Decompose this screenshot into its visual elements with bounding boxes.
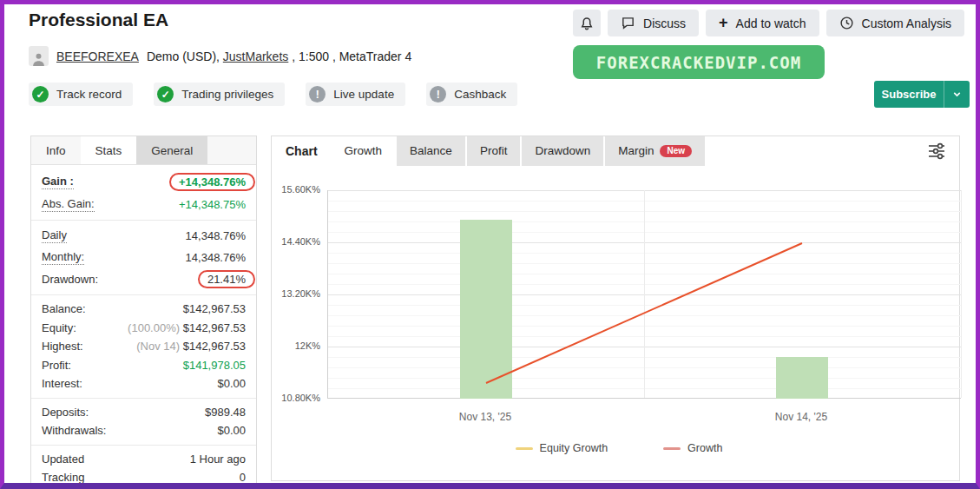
exclamation-icon: !	[309, 86, 326, 102]
custom-analysis-button[interactable]: Custom Analysis	[826, 10, 964, 36]
promo-banner: FOREXCRACKEDVIP.COM	[573, 45, 825, 79]
legend-swatch	[516, 447, 533, 450]
divider	[31, 445, 256, 446]
y-tick-label: 12K%	[272, 340, 320, 351]
stat-row-balance: Balance:$142,967.53	[31, 300, 256, 319]
divider	[31, 398, 256, 399]
badge-live-update: ! Live update	[306, 83, 405, 106]
stats-rows: Gain : +14,348.76% Abs. Gain: +14,348.75…	[31, 165, 256, 487]
legend-item[interactable]: Equity Growth	[516, 442, 608, 454]
tab-info[interactable]: Info	[31, 136, 81, 164]
broker-link[interactable]: JustMarkets	[223, 50, 288, 63]
subscribe-dropdown[interactable]	[944, 81, 970, 108]
divider	[31, 294, 256, 295]
tune-sliders-icon	[926, 141, 947, 162]
page-frame: Professional EA Discuss + Add to watch	[0, 0, 980, 489]
legend-item[interactable]: Growth	[663, 442, 722, 454]
new-badge: New	[660, 145, 692, 157]
chart-tab-bar: Chart Growth Balance Profit Drawdown Mar…	[272, 136, 959, 166]
plus-icon: +	[719, 15, 728, 30]
chart-plot-area[interactable]	[327, 190, 961, 399]
chart-section-label[interactable]: Chart	[272, 136, 332, 166]
stat-row-daily: Daily 14,348.76%	[31, 225, 256, 247]
clock-icon	[839, 16, 854, 30]
y-tick-label: 15.60K%	[272, 184, 320, 195]
stat-row-equity: Equity: (100.00%) $142,967.53	[31, 319, 256, 338]
top-action-bar: Discuss + Add to watch Custom Analysis	[573, 10, 964, 36]
badge-trading-privileges: ✓ Trading privileges	[154, 83, 285, 106]
stat-row-deposits: Deposits:$989.48	[31, 403, 256, 422]
tab-growth[interactable]: Growth	[332, 136, 396, 166]
y-tick-label: 14.40K%	[272, 236, 320, 247]
divider	[31, 220, 256, 221]
page-title: Professional EA	[29, 10, 168, 30]
discuss-button[interactable]: Discuss	[608, 10, 699, 36]
x-tick-label: Nov 13, '25	[459, 411, 511, 423]
notifications-button[interactable]	[573, 10, 601, 36]
check-icon: ✓	[157, 86, 174, 102]
x-tick-label: Nov 14, '25	[775, 411, 827, 423]
speech-bubble-icon	[621, 16, 635, 30]
stat-row-withdrawals: Withdrawals:$0.00	[31, 421, 256, 440]
bell-icon	[579, 16, 595, 31]
tab-balance[interactable]: Balance	[397, 136, 465, 166]
account-details: Demo (USD), JustMarkets , 1:500 , MetaTr…	[147, 50, 411, 63]
avatar	[29, 46, 49, 66]
tab-profit[interactable]: Profit	[467, 136, 521, 166]
stat-row-profit: Profit:$141,978.05	[31, 356, 256, 375]
chevron-down-icon	[951, 89, 963, 100]
stat-row-highest: Highest: (Nov 14) $142,967.53	[31, 337, 256, 356]
stats-panel: Info Stats General Gain : +14,348.76% Ab…	[30, 135, 257, 485]
stat-row-updated: Updated1 Hour ago	[31, 450, 256, 469]
stat-row-gain: Gain : +14,348.76%	[31, 170, 256, 193]
stats-tab-bar: Info Stats General	[31, 136, 256, 165]
red-annotation-oval: +14,348.76%	[169, 173, 255, 191]
chart-settings-button[interactable]	[914, 141, 959, 162]
account-info-row: BEEFOREXEA Demo (USD), JustMarkets , 1:5…	[29, 46, 411, 66]
badge-cashback: ! Cashback	[426, 83, 517, 106]
tab-drawdown[interactable]: Drawdown	[522, 136, 603, 166]
stat-row-monthly: Monthly: 14,348.76%	[31, 247, 256, 268]
tab-stats[interactable]: Stats	[81, 136, 137, 164]
subscribe-button[interactable]: Subscribe	[874, 81, 970, 108]
tab-margin[interactable]: Margin New	[605, 136, 705, 166]
chart-panel: Chart Growth Balance Profit Drawdown Mar…	[271, 135, 960, 481]
y-tick-label: 13.20K%	[272, 288, 320, 299]
legend-swatch	[663, 447, 681, 450]
y-tick-label: 10.80K%	[272, 393, 320, 403]
tab-general[interactable]: General	[136, 136, 207, 164]
check-icon: ✓	[32, 86, 49, 102]
stat-row-tracking: Tracking0	[31, 468, 256, 487]
legend-label: Growth	[687, 442, 722, 454]
account-username-link[interactable]: BEEFOREXEA	[56, 50, 139, 63]
exclamation-icon: !	[430, 86, 446, 102]
growth-line[interactable]	[486, 243, 802, 383]
badge-track-record: ✓ Track record	[29, 83, 133, 106]
add-to-watch-button[interactable]: + Add to watch	[706, 10, 819, 36]
status-badges-row: ✓ Track record ✓ Trading privileges ! Li…	[29, 83, 517, 106]
chart-legend: Equity GrowthGrowth	[411, 442, 827, 454]
stat-row-interest: Interest:$0.00	[31, 374, 256, 393]
legend-label: Equity Growth	[540, 442, 608, 454]
stat-row-abs-gain: Abs. Gain: +14,348.75%	[31, 193, 256, 215]
red-annotation-oval: 21.41%	[198, 270, 255, 288]
person-icon	[31, 51, 46, 66]
stat-row-drawdown: Drawdown: 21.41%	[31, 268, 256, 290]
